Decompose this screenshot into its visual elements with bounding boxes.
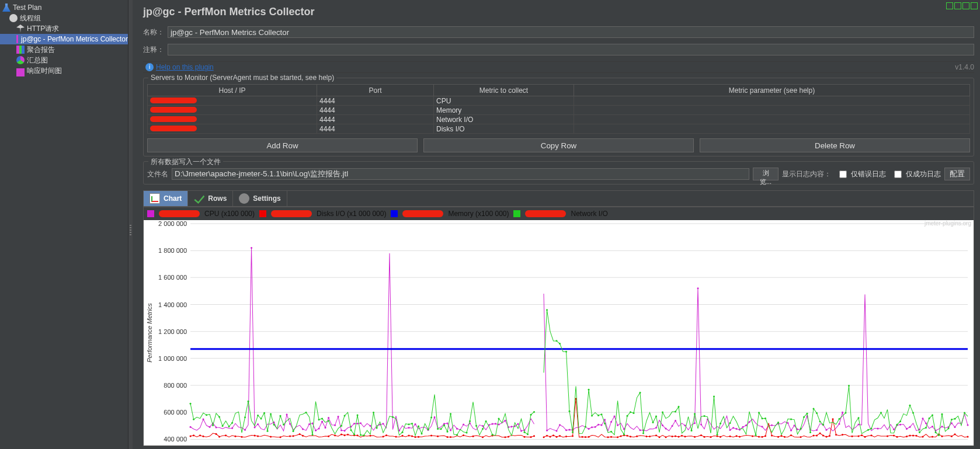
table-row[interactable]: 4444Disks I/O [148,124,970,134]
chart-legend: CPU (x100 000) Disks I/O (x1 000 000) Me… [144,207,974,220]
tab-rows[interactable]: Rows [188,191,233,206]
svg-point-327 [572,431,574,433]
tab-chart[interactable]: Chart [144,191,188,206]
svg-text:1 800 000: 1 800 000 [158,247,187,254]
svg-point-215 [684,436,686,437]
svg-point-138 [967,424,968,426]
col-header[interactable]: Metric parameter (see help) [574,85,970,96]
svg-point-45 [353,423,355,424]
svg-point-96 [675,420,676,422]
svg-point-287 [328,420,329,422]
col-header[interactable]: Port [317,85,434,96]
config-button[interactable]: 配置 [944,168,970,180]
svg-point-188 [550,436,551,437]
svg-point-313 [475,425,477,427]
svg-point-203 [627,435,628,437]
col-header[interactable]: Metric to collect [434,85,574,96]
chart-plot[interactable]: jmeter-plugins.org 400 000600 000800 000… [144,220,974,445]
svg-point-323 [556,340,558,342]
table-row[interactable]: 4444Network I/O [148,115,970,124]
tree-item-3[interactable]: jp@gc - PerfMon Metrics Collector [0,34,128,44]
svg-point-248 [870,434,872,436]
svg-point-281 [283,424,284,426]
copy-row-button[interactable]: Copy Row [423,138,694,152]
svg-point-77 [565,429,567,431]
svg-point-94 [665,427,667,429]
svg-point-292 [357,414,359,416]
svg-point-301 [418,425,419,427]
svg-point-110 [771,424,773,426]
svg-point-155 [302,435,304,437]
redacted-host [150,98,197,103]
svg-point-199 [610,436,612,438]
tree-item-0[interactable]: Test Plan [0,2,128,13]
svg-point-348 [704,415,706,417]
delete-row-button[interactable]: Delete Row [700,138,970,152]
browse-button[interactable]: 浏览... [753,168,779,180]
svg-point-189 [552,434,554,436]
svg-point-371 [867,429,869,431]
svg-point-192 [565,436,567,437]
svg-point-154 [299,433,301,435]
svg-point-31 [289,423,291,424]
svg-point-219 [710,436,712,438]
svg-point-317 [498,417,500,419]
errors-only-checkbox[interactable] [839,170,847,178]
splitter-vertical[interactable] [128,0,133,449]
table-row[interactable]: 4444CPU [148,96,970,106]
svg-point-32 [302,428,304,430]
ico-flask [2,4,11,12]
svg-point-337 [630,411,631,413]
success-only-checkbox[interactable] [894,170,902,178]
svg-point-280 [280,415,282,417]
col-header[interactable]: Host / IP [148,85,317,96]
svg-point-209 [659,436,661,438]
svg-point-332 [601,413,603,415]
svg-point-247 [864,436,866,438]
svg-point-98 [694,422,696,424]
ico-line [16,68,25,76]
comment-field[interactable] [168,44,974,55]
svg-point-300 [411,423,413,424]
tree-item-2[interactable]: HTTP请求 [0,23,128,34]
svg-point-208 [655,434,657,436]
svg-point-289 [344,415,346,416]
svg-point-174 [437,436,439,437]
tree-item-6[interactable]: 响应时间图 [0,65,128,76]
servers-table[interactable]: Host / IPPortMetric to collectMetric par… [147,84,970,134]
svg-point-322 [546,309,548,311]
svg-point-78 [569,429,571,431]
tree-item-5[interactable]: 汇总图 [0,55,128,65]
svg-point-308 [447,431,449,433]
svg-point-86 [610,421,612,423]
tab-settings[interactable]: Settings [233,191,287,206]
svg-point-357 [777,422,779,423]
table-row[interactable]: 4444Memory [148,106,970,115]
svg-point-346 [691,430,693,431]
svg-point-228 [764,435,766,437]
svg-point-169 [408,434,410,436]
add-row-button[interactable]: Add Row [147,138,418,152]
redacted-legend [402,210,443,217]
svg-point-93 [662,424,663,426]
svg-point-293 [360,434,362,436]
file-field[interactable] [172,168,749,180]
svg-point-59 [456,428,458,430]
svg-point-200 [617,436,618,438]
tree-item-4[interactable]: 聚合报告 [0,44,128,55]
svg-point-267 [212,424,214,426]
info-icon: i [145,63,154,71]
help-link[interactable]: Help on this plugin [156,63,214,71]
svg-point-162 [357,434,359,436]
svg-point-227 [762,436,763,438]
svg-point-234 [800,436,802,438]
svg-point-296 [376,427,378,429]
svg-point-222 [729,436,731,437]
tab-label: Settings [253,194,280,203]
svg-point-131 [925,422,927,424]
svg-point-311 [466,431,468,433]
tree-item-1[interactable]: 线程组 [0,13,128,23]
svg-point-242 [835,434,837,436]
svg-point-365 [819,421,821,423]
name-field[interactable] [168,26,974,38]
